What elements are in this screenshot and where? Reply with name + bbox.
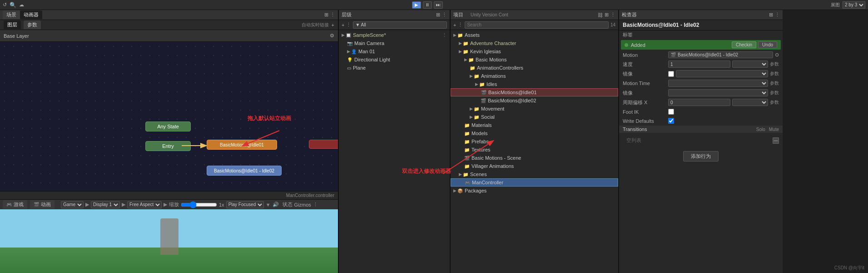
p-item-idle01[interactable]: 🎬 BasicMotions@Idle01	[451, 88, 618, 96]
motion-value[interactable]: 🎬 BasicMotions@Idle01 - Idle02	[668, 51, 773, 58]
menu-icon[interactable]: ⋮	[313, 202, 318, 207]
hierarchy-menu-icon[interactable]: ⋮	[442, 12, 447, 18]
state-idle01[interactable]: BasicMotions@Idle01	[207, 140, 277, 150]
speed-input[interactable]	[668, 61, 730, 68]
history-icon[interactable]: ↺	[3, 2, 7, 8]
footik-checkbox[interactable]	[668, 109, 674, 115]
p-item-models[interactable]: 📁 Models	[451, 129, 618, 137]
layer-gear-icon[interactable]: ⚙	[330, 33, 334, 39]
p-item-packages[interactable]: ▶ 📦 Packages	[451, 187, 618, 195]
p-item-adventure[interactable]: ▶ 📁 Adventure Character	[451, 39, 618, 47]
p-item-kevin[interactable]: ▶ 📁 Kevin Iglesias	[451, 47, 618, 56]
game-tab[interactable]: 🎮 游戏	[3, 200, 27, 209]
anim-tab[interactable]: 🎬 动画	[30, 200, 55, 209]
annotation-drag: 拖入默认站立动画	[248, 115, 291, 122]
h-item-dirlight[interactable]: 💡 Directional Light	[339, 56, 450, 64]
p-item-basicmotions-scene[interactable]: 🎬 Basic Motions - Scene	[451, 154, 618, 162]
h-item-samplescene[interactable]: ▶ 🔲 SampleScene* ⋮	[339, 31, 450, 39]
motiontime-dropdown[interactable]	[668, 80, 768, 87]
writedefaults-label: Write Defaults	[623, 118, 668, 124]
tab-animator[interactable]: 动画器	[20, 10, 42, 19]
display-select[interactable]: Game	[61, 201, 84, 208]
aspect-select[interactable]: Free Aspect	[127, 201, 162, 208]
p-item-prefabs[interactable]: 📁 Prefabs	[451, 137, 618, 146]
h-item-man01[interactable]: ▶ 👤 Man 01	[339, 47, 450, 56]
undo-button[interactable]: Undo	[758, 41, 777, 48]
motion-select-icon[interactable]: ⊙	[775, 52, 779, 58]
watermark: CSDN @向宇it	[834, 265, 864, 271]
step-button[interactable]: ⏭	[434, 1, 443, 9]
hierarchy-menu2-icon[interactable]: ⋮	[346, 22, 351, 28]
animator-header-tools: ⊞ ⋮	[324, 12, 335, 18]
play-focused-select[interactable]: Play Focused	[226, 201, 264, 208]
search-icon[interactable]: 🔍	[10, 2, 16, 8]
p-item-social[interactable]: ▶ 📁 Social	[451, 113, 618, 121]
hierarchy-pin-icon[interactable]: ⊞	[436, 12, 440, 18]
p-item-movement[interactable]: ▶ 📁 Movement	[451, 105, 618, 113]
state-entry[interactable]: Entry	[145, 141, 191, 151]
project-menu-icon[interactable]: ⋮	[610, 12, 615, 18]
mirror-label: 镜像	[623, 71, 668, 77]
p-arrow-social: ▶	[470, 115, 473, 119]
h-item-plane[interactable]: ▭ Plane	[339, 64, 450, 72]
p-item-animcontrollers[interactable]: 📁 AnimationControllers	[451, 64, 618, 72]
p-item-mancontroller[interactable]: 🎮 ManController	[451, 178, 618, 187]
animator-pin-icon[interactable]: ⊞	[324, 12, 328, 18]
cycle-dropdown[interactable]	[732, 99, 768, 106]
animator-menu-icon[interactable]: ⋮	[330, 12, 335, 18]
cloud-icon[interactable]: ☁	[19, 2, 24, 8]
zoom-slider[interactable]	[181, 201, 217, 208]
mirror-param-label: 参数	[770, 71, 779, 77]
p-item-animations[interactable]: ▶ 📁 Animations	[451, 72, 618, 80]
audio-icon[interactable]: 🔊	[273, 202, 279, 207]
p-icon-movement: 📁	[474, 106, 479, 111]
base-layer-label: Base Layer	[4, 33, 29, 39]
hierarchy-add-icon[interactable]: +	[342, 22, 344, 28]
writedefaults-checkbox[interactable]	[668, 118, 674, 124]
collapse-button[interactable]: —	[773, 137, 779, 144]
state-any-state[interactable]: Any State	[145, 121, 191, 131]
speed-dropdown[interactable]	[732, 61, 768, 68]
add-behavior-button[interactable]: 添加行为	[683, 151, 719, 162]
mirror2-dropdown[interactable]	[668, 89, 768, 96]
animator-add-icon[interactable]: +	[332, 22, 334, 28]
project-link-icon[interactable]: ⛓	[598, 12, 603, 18]
animator-canvas[interactable]: Any State Entry BasicMotions@Idle01 Basi…	[0, 42, 338, 191]
h-menu-samplescene[interactable]: ⋮	[442, 32, 447, 38]
p-icon-animations: 📁	[474, 74, 479, 79]
pause-button[interactable]: ⏸	[423, 1, 432, 9]
cycle-label: 周期偏移 X	[623, 99, 668, 106]
inspector-menu-icon[interactable]: ⋮	[775, 12, 780, 18]
inspector-pin-icon[interactable]: ⊞	[769, 12, 773, 18]
arrow3-icon: ▶	[164, 202, 167, 207]
arrow2-icon: ▶	[122, 202, 125, 207]
tab-params[interactable]: 参数	[24, 20, 41, 29]
p-item-idles[interactable]: ▶ 📁 Idles	[451, 80, 618, 88]
gizmos-label[interactable]: Gizmos	[294, 202, 311, 207]
tab-scene[interactable]: 场景	[3, 10, 20, 19]
p-item-assets[interactable]: ▶ 📁 Assets	[451, 31, 618, 39]
h-item-maincamera[interactable]: 📷 Main Camera	[339, 39, 450, 47]
inspector-tag-label: 标签	[623, 31, 633, 38]
state-red[interactable]	[309, 140, 338, 149]
checkin-button[interactable]: Checkin	[732, 41, 756, 48]
p-item-scenes[interactable]: ▶ 📁 Scenes	[451, 170, 618, 178]
hierarchy-search-input[interactable]	[353, 21, 447, 29]
p-item-villager[interactable]: 📁 Villager Animations	[451, 162, 618, 170]
mirror-checkbox[interactable]	[668, 71, 674, 77]
play-button[interactable]: ▶	[412, 1, 421, 9]
project-pin-icon[interactable]: ⊞	[605, 12, 609, 18]
display-number-select[interactable]: Display 1	[91, 201, 120, 208]
p-item-textures[interactable]: 📁 Textures	[451, 146, 618, 154]
p-item-idle02[interactable]: 🎬 BasicMotions@Idle02	[451, 96, 618, 105]
layout-select[interactable]: 2 by 3	[843, 1, 865, 9]
p-item-materials[interactable]: 📁 Materials	[451, 121, 618, 129]
state-idle02[interactable]: BasicMotions@Idle01 - Idle02	[207, 166, 282, 176]
project-menu2-icon[interactable]: ⋮	[458, 22, 463, 28]
tab-layers[interactable]: 图层	[4, 20, 21, 29]
project-search-input[interactable]	[465, 21, 608, 29]
p-item-basicmotions[interactable]: ▶ 📁 Basic Motions	[451, 56, 618, 64]
cycle-input[interactable]	[668, 99, 730, 106]
project-add-icon[interactable]: +	[453, 22, 456, 28]
mirror-dropdown[interactable]	[676, 70, 768, 77]
